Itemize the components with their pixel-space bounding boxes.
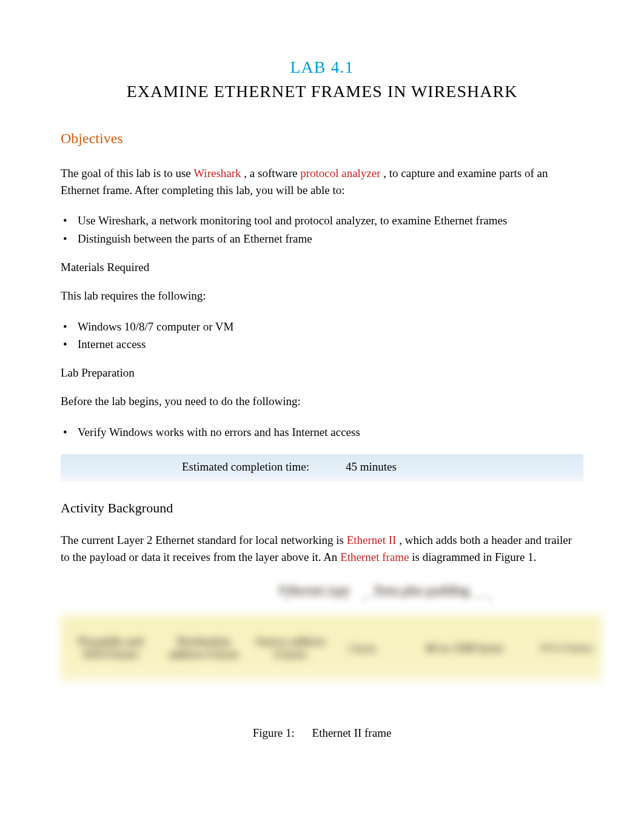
lab-number: LAB 4.1 [61, 58, 583, 77]
objectives-list: Use Wireshark, a network monitoring tool… [61, 212, 583, 247]
term-ethernet-frame: Ethernet frame [340, 551, 409, 563]
lab-title: EXAMINE ETHERNET FRAMES IN WIRESHARK [61, 82, 583, 101]
term-protocol-analyzer: protocol analyzer [300, 167, 380, 179]
text: The goal of this lab is to use [61, 167, 193, 179]
materials-heading: Materials Required [61, 261, 583, 274]
label: Data plus padding [374, 583, 469, 597]
frame-cell-fcs: FCS 4 bytes [535, 642, 598, 654]
figure-number: Figure 1: [253, 726, 295, 740]
frame-cell-dest: Destination address 6 bytes [157, 635, 250, 662]
list-item: Windows 10/8/7 computer or VM [61, 318, 583, 335]
list-item: Distinguish between the parts of an Ethe… [61, 230, 583, 247]
list-item: Use Wireshark, a network monitoring tool… [61, 212, 583, 229]
prep-intro: Before the lab begins, you need to do th… [61, 393, 583, 410]
term-wireshark: Wireshark [193, 167, 241, 179]
time-label: Estimated completion time: [182, 460, 346, 474]
prep-heading: Lab Preparation [61, 366, 583, 380]
text: is diagrammed in Figure 1. [412, 551, 536, 563]
diagram-top-labels: Ethernet type Data plus padding [279, 583, 497, 597]
activity-heading: Activity Background [61, 500, 583, 516]
list-item: Internet access [61, 335, 583, 353]
bracket [286, 597, 347, 614]
objectives-intro: The goal of this lab is to use Wireshark… [61, 165, 583, 198]
frame-cell-src: Source address 6 bytes [250, 635, 331, 662]
text: , a software [244, 167, 300, 179]
bracket [364, 597, 491, 614]
figure-diagram: Ethernet type Data plus padding Preamble… [61, 583, 583, 705]
activity-paragraph: The current Layer 2 Ethernet standard fo… [61, 532, 583, 565]
label: Ethernet type [279, 583, 350, 597]
time-value: 45 minutes [346, 460, 397, 474]
frame-cell-data: 46 to 1500 bytes [394, 642, 535, 656]
objectives-heading: Objectives [61, 130, 583, 147]
time-box: Estimated completion time: 45 minutes [61, 454, 583, 482]
materials-intro: This lab requires the following: [61, 287, 583, 304]
ethernet-frame-diagram: Preamble and SFD 8 bytes Destination add… [61, 615, 602, 682]
frame-cell-preamble: Preamble and SFD 8 bytes [64, 635, 157, 662]
term-ethernet-ii: Ethernet II [347, 534, 397, 546]
list-item: Verify Windows works with no errors and … [61, 423, 583, 441]
prep-list: Verify Windows works with no errors and … [61, 423, 583, 441]
figure-text: Ethernet II frame [312, 726, 392, 739]
text: The current Layer 2 Ethernet standard fo… [61, 534, 347, 546]
frame-cell-type: 2 bytes [331, 643, 394, 654]
figure-caption: Figure 1: Ethernet II frame [61, 726, 583, 740]
materials-list: Windows 10/8/7 computer or VM Internet a… [61, 318, 583, 354]
